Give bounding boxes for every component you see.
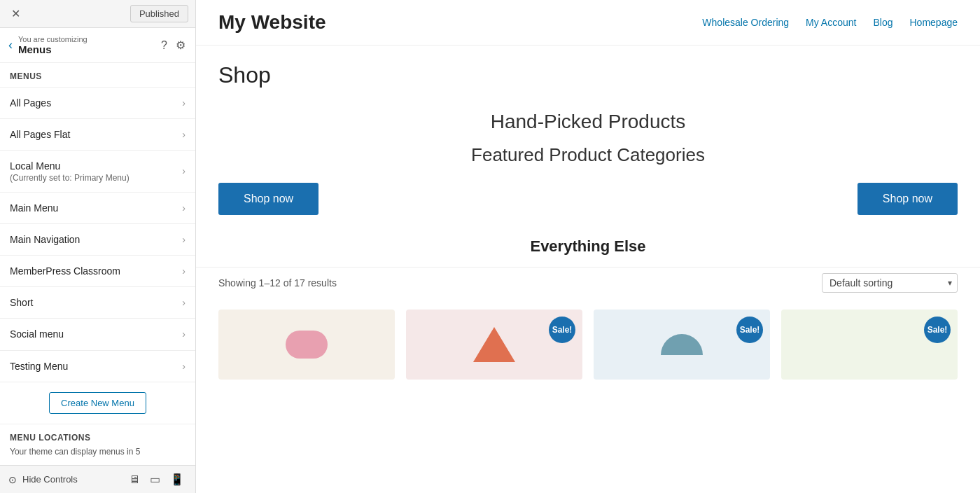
shop-now-button-left[interactable]: Shop now <box>218 183 318 215</box>
product-card <box>218 310 395 380</box>
card-content <box>218 317 395 373</box>
shop-now-row: Shop now Shop now <box>196 177 980 232</box>
nav-link[interactable]: Wholesale Ordering <box>702 17 789 28</box>
sidebar-menu-item[interactable]: All Pages Flat› <box>0 118 195 150</box>
sidebar-menu-item[interactable]: Testing Menu› <box>0 350 195 382</box>
product-image-placeholder <box>473 327 515 362</box>
customizing-left: ‹ You are customizing Menus <box>8 35 88 55</box>
shop-now-button-right[interactable]: Shop now <box>858 183 958 215</box>
tablet-device-button[interactable]: ▭ <box>147 471 163 487</box>
shop-heading-wrap: Shop <box>196 46 980 97</box>
sidebar-menu-item[interactable]: Social menu› <box>0 318 195 349</box>
product-card: Sale! <box>594 310 770 380</box>
nav-link[interactable]: My Account <box>806 17 856 28</box>
left-panel: ✕ Published ‹ You are customizing Menus … <box>0 0 196 493</box>
chevron-right-icon: › <box>182 265 186 277</box>
results-text: Showing 1–12 of 17 results <box>218 277 337 289</box>
chevron-right-icon: › <box>182 202 186 214</box>
sidebar-menu-item[interactable]: Main Navigation› <box>0 223 195 255</box>
preview-area: My Website Wholesale OrderingMy AccountB… <box>196 0 980 493</box>
sidebar-menu-item[interactable]: All Pages› <box>0 87 195 118</box>
menu-locations-wrap: Menu Locations Your theme can display me… <box>0 424 195 465</box>
published-button[interactable]: Published <box>130 5 188 22</box>
sale-badge: Sale! <box>549 317 575 343</box>
mobile-device-button[interactable]: 📱 <box>167 471 187 487</box>
site-title: My Website <box>218 11 326 34</box>
customizing-label: You are customizing <box>18 35 88 43</box>
customizing-bar: ‹ You are customizing Menus ? ⚙ <box>0 28 195 63</box>
product-card: Sale! <box>406 310 582 380</box>
create-new-menu-button[interactable]: Create New Menu <box>49 392 146 414</box>
chevron-right-icon: › <box>182 165 186 176</box>
chevron-right-icon: › <box>182 297 186 308</box>
menus-heading: Menus <box>0 63 195 87</box>
sidebar-menu-item[interactable]: Local Menu(Currently set to: Primary Men… <box>0 150 195 191</box>
sale-badge: Sale! <box>924 317 951 343</box>
shop-heading: Shop <box>218 62 958 88</box>
product-cards-row: Sale! Sale! Sale! <box>196 298 980 391</box>
everything-else-heading: Everything Else <box>196 232 980 267</box>
sorting-wrap: Default sortingSort by popularitySort by… <box>822 273 958 293</box>
chevron-right-icon: › <box>182 328 186 340</box>
chevron-right-icon: › <box>182 129 186 140</box>
customizing-icons: ? ⚙ <box>160 37 187 53</box>
site-header: My Website Wholesale OrderingMy AccountB… <box>196 0 980 46</box>
site-nav: Wholesale OrderingMy AccountBlogHomepage <box>702 17 958 28</box>
hand-picked-heading: Hand-Picked Products <box>196 97 980 139</box>
bottom-controls-bar: ⊙ Hide Controls 🖥 ▭ 📱 <box>0 465 195 493</box>
customizing-text: You are customizing Menus <box>18 35 88 55</box>
nav-link[interactable]: Blog <box>873 17 892 28</box>
top-bar: ✕ Published <box>0 0 195 28</box>
sidebar-menu-item[interactable]: Short› <box>0 286 195 318</box>
sale-badge: Sale! <box>736 317 763 343</box>
nav-link[interactable]: Homepage <box>910 17 958 28</box>
sidebar-menu-item[interactable]: MemberPress Classroom› <box>0 255 195 286</box>
hide-controls-dot-icon: ⊙ <box>8 474 17 485</box>
product-image-placeholder <box>286 331 328 359</box>
close-button[interactable]: ✕ <box>7 4 24 23</box>
desktop-device-button[interactable]: 🖥 <box>126 471 143 487</box>
settings-icon-button[interactable]: ⚙ <box>174 37 187 53</box>
product-illustration <box>286 331 328 359</box>
results-row: Showing 1–12 of 17 results Default sorti… <box>196 267 980 298</box>
chevron-right-icon: › <box>182 97 186 109</box>
product-illustration <box>473 327 515 362</box>
product-card: Sale! <box>781 310 958 380</box>
create-menu-wrap: Create New Menu <box>0 382 195 424</box>
hide-controls-label[interactable]: Hide Controls <box>22 474 78 485</box>
sidebar-menu-item[interactable]: Main Menu› <box>0 192 195 223</box>
back-button[interactable]: ‹ <box>8 38 13 53</box>
product-image-placeholder <box>661 334 703 355</box>
product-illustration <box>661 334 703 355</box>
customizing-title: Menus <box>18 43 88 55</box>
chevron-right-icon: › <box>182 361 186 372</box>
sorting-select[interactable]: Default sortingSort by popularitySort by… <box>822 273 958 293</box>
menu-list: All Pages›All Pages Flat›Local Menu(Curr… <box>0 87 195 382</box>
menu-locations-heading: Menu Locations <box>10 433 186 443</box>
chevron-right-icon: › <box>182 234 186 245</box>
device-icons: 🖥 ▭ 📱 <box>126 471 187 487</box>
featured-categories-heading: Featured Product Categories <box>196 139 980 177</box>
help-icon-button[interactable]: ? <box>160 38 169 53</box>
menu-locations-text: Your theme can display menus in 5 <box>10 447 186 457</box>
